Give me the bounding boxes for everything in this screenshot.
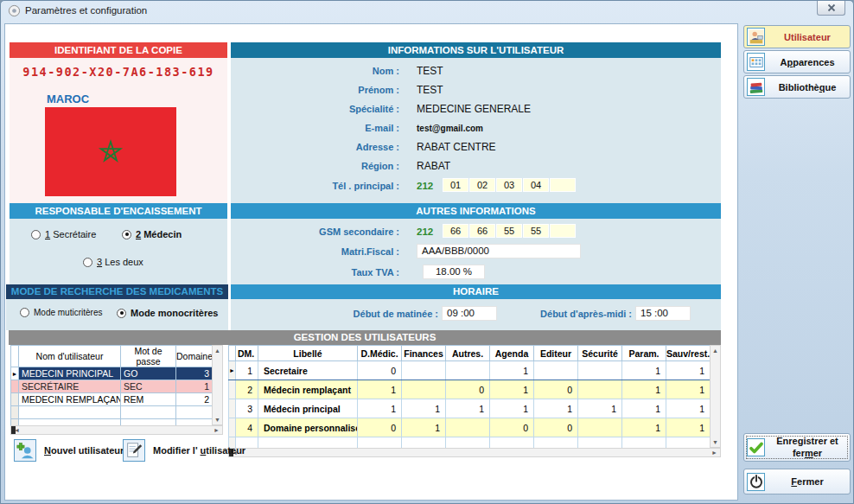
- radio-circle-icon: [31, 230, 41, 239]
- col-agenda: Agenda: [490, 346, 534, 361]
- new-user-button[interactable]: Nouvel utilisateur: [14, 439, 124, 462]
- tel-part-3[interactable]: 03: [496, 178, 522, 192]
- col-dmedic: D.Médic.: [358, 346, 402, 361]
- email-label: E-mail :: [235, 123, 399, 133]
- recherche-header: MODE DE RECHERCHE DES MEDICAMENTS: [6, 284, 228, 299]
- matinee-label: Début de matinée :: [265, 309, 438, 319]
- radio-medecin[interactable]: 2 Médecin: [122, 229, 182, 239]
- users-table-hscrollbar[interactable]: ◄ ►: [10, 425, 223, 435]
- gsm-part-1[interactable]: 66: [443, 224, 468, 238]
- horaire-header: HORAIRE: [231, 284, 721, 299]
- region-field[interactable]: RABAT: [417, 160, 450, 172]
- table-row[interactable]: ► MEDECIN PRINCIPAL GO 3: [11, 367, 213, 380]
- scroll-down-icon[interactable]: ▼: [712, 439, 718, 445]
- matri-input[interactable]: AAA/BBB/0000: [417, 244, 581, 258]
- radio-les-deux[interactable]: 3 Les deux: [83, 257, 143, 267]
- table-row[interactable]: ► 1 Secretaire 0 1 1 1: [229, 361, 711, 380]
- sidebar-item-utilisateur[interactable]: Utilisateur: [743, 25, 851, 48]
- table-row[interactable]: MEDECIN REMPLAÇANT REM 2: [11, 393, 213, 406]
- radio-secretaire[interactable]: 1 Secrétaire: [31, 229, 96, 239]
- copy-id-code: 914-902-X20-7A6-183-619: [10, 58, 227, 79]
- settings-window: Paramètres et configuration IDENTIFIANT …: [0, 0, 854, 504]
- col-libelle: Libellé: [258, 346, 358, 361]
- adresse-field[interactable]: RABAT CENTRE: [417, 141, 496, 153]
- tel-part-5[interactable]: [550, 178, 576, 192]
- edit-user-button[interactable]: Modifier l' utilisateur: [123, 439, 245, 462]
- power-icon: [747, 473, 765, 491]
- app-icon: [8, 4, 21, 17]
- main-content: IDENTIFIANT DE LA COPIE 914-902-X20-7A6-…: [4, 23, 738, 501]
- autres-header: AUTRES INFORMATIONS: [231, 203, 721, 219]
- save-and-close-button[interactable]: Enregistrer et fermer: [743, 433, 851, 462]
- email-field[interactable]: test@gmail.com: [417, 124, 483, 133]
- close-icon: [827, 0, 836, 16]
- autres-panel: GSM secondaire : 212 66 66 55 55 Matri.F…: [231, 219, 721, 284]
- domains-table: DM. Libellé D.Médic. Finances Autres. Ag…: [228, 345, 711, 449]
- copy-id-header: IDENTIFIANT DE LA COPIE: [10, 42, 227, 58]
- scroll-down-icon[interactable]: ▼: [214, 417, 220, 423]
- users-table-vscrollbar[interactable]: ▲ ▼: [212, 345, 223, 425]
- col-dm: DM.: [236, 346, 258, 361]
- domains-table-vscrollbar[interactable]: ▲ ▼: [710, 345, 721, 448]
- table-row[interactable]: SECRÉTAIRE SEC 1: [11, 380, 213, 393]
- gsm-part-4[interactable]: 55: [523, 224, 549, 238]
- scroll-up-icon[interactable]: ▲: [214, 348, 220, 354]
- col-mot-de-passe: Mot de passe: [121, 346, 176, 367]
- domains-table-header-row: DM. Libellé D.Médic. Finances Autres. Ag…: [229, 346, 711, 361]
- table-row[interactable]: 2 Médecin remplaçant 1 0 1 0 1 1: [229, 380, 711, 399]
- prenom-field[interactable]: TEST: [417, 84, 443, 96]
- col-securite: Sécurité: [578, 346, 622, 361]
- radio-mode-multicriteres[interactable]: Mode muticritères: [20, 308, 102, 317]
- table-row[interactable]: 3 Médecin principal 1 1 1 1 1 1 1 1: [229, 399, 711, 418]
- adresse-label: Adresse :: [235, 142, 399, 152]
- col-sauvrest: Sauv/rest.: [666, 346, 711, 361]
- scroll-up-icon[interactable]: ▲: [712, 348, 718, 354]
- scroll-right-icon[interactable]: ►: [711, 450, 717, 456]
- scrollbar-thumb[interactable]: [11, 426, 16, 434]
- flag-star-icon: [93, 134, 128, 169]
- sidebar-item-bibliotheque[interactable]: Bibliothèque: [743, 75, 851, 99]
- col-domaine: Domaine: [176, 346, 213, 367]
- domains-table-hscrollbar[interactable]: ◄ ►: [228, 448, 721, 457]
- books-icon: [747, 78, 765, 96]
- encaissement-panel: 1 Secrétaire 2 Médecin 3 Les deux: [10, 219, 227, 284]
- recherche-panel: Mode muticritères Mode monocritères: [6, 299, 228, 330]
- window-close-button[interactable]: [817, 1, 845, 16]
- scroll-right-icon[interactable]: ►: [214, 427, 220, 433]
- tel-prefix: 212: [417, 181, 433, 191]
- gsm-prefix: 212: [417, 226, 433, 237]
- gsm-part-5[interactable]: [550, 224, 576, 238]
- table-row-empty[interactable]: [229, 437, 711, 449]
- row-marker-icon: ►: [11, 367, 19, 380]
- tva-label: Taux TVA :: [235, 267, 399, 278]
- radio-mode-monocriteres[interactable]: Mode monocritères: [117, 308, 218, 318]
- nom-field[interactable]: TEST: [417, 65, 443, 77]
- radio-circle-icon: [122, 230, 131, 239]
- morocco-flag: [45, 107, 176, 196]
- specialite-field[interactable]: MEDECINE GENERALE: [417, 103, 531, 115]
- row-marker-icon: ►: [229, 361, 236, 380]
- gsm-part-2[interactable]: 66: [469, 224, 495, 238]
- add-user-icon: [14, 439, 36, 462]
- tel-part-1[interactable]: 01: [443, 178, 468, 192]
- matinee-input[interactable]: 09 :00: [442, 306, 497, 321]
- matri-label: Matri.Fiscal :: [235, 246, 399, 257]
- edit-user-icon: [123, 439, 145, 462]
- col-autres: Autres.: [446, 346, 490, 361]
- tel-part-4[interactable]: 04: [523, 178, 549, 192]
- table-row-empty[interactable]: [11, 406, 213, 419]
- grid-icon: [747, 53, 765, 71]
- tel-part-2[interactable]: 02: [469, 178, 495, 192]
- titlebar[interactable]: Paramètres et configuration: [1, 1, 853, 22]
- table-row[interactable]: 4 Domaine personnalisé 0 1 0 0 1 1: [229, 418, 711, 437]
- close-window-button[interactable]: Fermer: [743, 469, 851, 494]
- tva-input[interactable]: 18.00 %: [423, 265, 485, 279]
- sidebar-item-apparences[interactable]: Apparences: [743, 50, 851, 73]
- horaire-panel: Début de matinée : 09 :00 Début d'après-…: [231, 299, 721, 330]
- prenom-label: Prénom :: [235, 85, 399, 95]
- gsm-part-3[interactable]: 55: [496, 224, 522, 238]
- col-editeur: Editeur: [534, 346, 578, 361]
- radio-circle-icon: [20, 308, 29, 317]
- apresmidi-input[interactable]: 15 :00: [635, 306, 691, 321]
- encaissement-header: RESPONSABLE D'ENCAISSEMENT: [10, 203, 227, 219]
